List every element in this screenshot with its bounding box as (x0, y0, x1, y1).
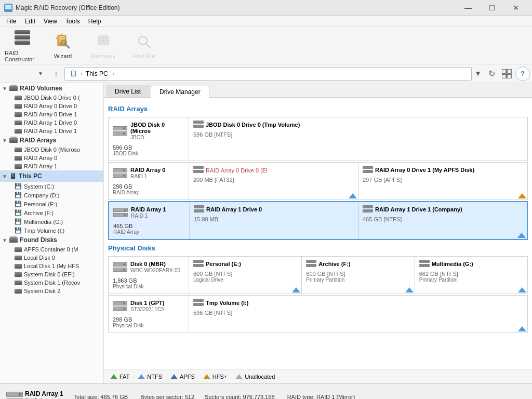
svg-rect-4 (59, 38, 65, 39)
sidebar-item-system-disk2[interactable]: System Disk 2 (0, 287, 103, 295)
disk1-size: 298 GB (113, 316, 184, 323)
address-input[interactable]: 🖥 › This PC › (64, 67, 472, 81)
hfs-triangle (203, 374, 210, 379)
title-bar: Magic RAID Recovery (Office Edition) — ☐… (0, 0, 532, 16)
raid1-drive0-card[interactable]: RAID Array 1 Drive 0 15.98 MB (190, 202, 358, 239)
jbod-row[interactable]: JBOD Disk 0 (Micros JBOD 596 GB JBOD Dis… (108, 117, 528, 161)
sidebar-item-raid0-drive0[interactable]: RAID Array 0 Drive 0 (0, 102, 103, 110)
sidebar-item-system-disk0-efi[interactable]: System Disk 0 (EFI) (0, 270, 103, 278)
jbod-name: JBOD Disk 0 (Micros (130, 122, 184, 134)
sidebar-item-local-disk1[interactable]: Local Disk 1 (My HFS (0, 262, 103, 270)
sidebar-item-jbod[interactable]: JBOD Disk 0 (Microso (0, 145, 103, 154)
raid0-drive0-card[interactable]: RAID Array 0 Drive 0 (El 200 MB [FAT32] (189, 163, 358, 200)
menu-edit[interactable]: Edit (20, 17, 39, 26)
refresh-button[interactable]: ↻ (484, 66, 499, 81)
svg-point-32 (123, 175, 125, 177)
raid0-row[interactable]: RAID Array 0 RAID 1 298 GB RAID Array RA… (108, 162, 528, 200)
sidebar-item-system-c[interactable]: 💾 System (C:) (0, 182, 103, 191)
menu-view[interactable]: View (39, 17, 61, 26)
status-bar: RAID Array 1 RAID Array Total size: 465.… (0, 383, 532, 399)
disk-icon (15, 281, 22, 285)
forward-button[interactable]: → (18, 66, 32, 81)
close-button[interactable]: ✕ (504, 0, 528, 16)
address-dropdown-button[interactable]: ▼ (473, 67, 483, 81)
sidebar-item-multimedia-g[interactable]: 💾 Multimedia (G:) (0, 217, 103, 226)
drive-d-icon: 💾 (15, 192, 22, 198)
multimedia-g-name: Multimedia (G:) (432, 261, 473, 267)
sidebar-item-company-d[interactable]: 💾 Company (D:) (0, 191, 103, 200)
jbod-drive0-card[interactable]: JBOD Disk 0 Drive 0 (Tmp Volume) 596 GB … (189, 117, 527, 161)
sidebar-item-tmp-i[interactable]: 💾 Tmp Volume (I:) (0, 226, 103, 235)
raid0-drive0-name[interactable]: RAID Array 0 Drive 0 (El (206, 167, 268, 174)
archive-f-corner (405, 287, 414, 292)
sidebar-item-jbod-disk0-drive0[interactable]: JBOD Disk 0 Drive 0 ( (0, 94, 103, 102)
sidebar-item-raid0-drive1[interactable]: RAID Array 0 Drive 1 (0, 110, 103, 118)
sidebar-item-personal-e[interactable]: 💾 Personal (E:) (0, 200, 103, 208)
svg-marker-8 (61, 33, 63, 35)
sidebar-item-system-disk1-recov[interactable]: System Disk 1 (Recov (0, 278, 103, 287)
archive-f-name: Archive (F:) (318, 261, 350, 267)
raid0-drive1-card[interactable]: RAID Array 0 Drive 1 (My APFS Disk) 297 … (358, 163, 527, 200)
minimize-button[interactable]: — (456, 0, 480, 16)
personal-e-card[interactable]: Personal (E:) 600 GB [NTFS] Logical Driv… (189, 257, 302, 294)
found-disks-toggle: ▼ (2, 237, 8, 243)
svg-point-29 (123, 169, 125, 171)
sidebar-item-archive-f[interactable]: 💾 Archive (F:) (0, 208, 103, 217)
maximize-button[interactable]: ☐ (480, 0, 504, 16)
multimedia-g-type: Primary Partition (419, 277, 523, 283)
svg-rect-17 (502, 74, 506, 78)
legend-ntfs: NTFS (138, 374, 162, 380)
drive-e-icon: 💾 (15, 201, 22, 207)
tmp-i-icon (193, 299, 204, 308)
raid1-drive1-card[interactable]: RAID Array 1 Drive 1 (Company) 465 GB [N… (358, 202, 527, 239)
fat-label: FAT (119, 374, 129, 380)
menu-tools[interactable]: Tools (61, 17, 84, 26)
sidebar-group-found-disks[interactable]: ▼ Found Disks (0, 235, 103, 245)
tab-drive-manager[interactable]: Drive Manager (151, 86, 209, 98)
dropdown-nav-button[interactable]: ▼ (33, 66, 48, 81)
raid0-drive1-icon (363, 166, 373, 175)
svg-point-49 (123, 263, 125, 265)
back-button[interactable]: ← (2, 66, 17, 81)
sidebar-item-raid1-drive1[interactable]: RAID Array 1 Drive 1 (0, 127, 103, 135)
content-scroll[interactable]: RAID Arrays JBOD Disk 0 (Micros JBOD 596… (104, 98, 532, 369)
disk1-main-card: Disk 1 (GPT) ST3320311CS 298 GB Physical… (109, 296, 189, 332)
svg-rect-55 (306, 260, 316, 263)
sidebar-item-raid-array0[interactable]: RAID Array 0 (0, 154, 103, 162)
disk0-card-header: Disk 0 (MBR) WDC WD20EARX-00 (113, 261, 184, 275)
tmp-volume-i-card[interactable]: Tmp Volume (I:) 596 GB [NTFS] (189, 296, 527, 332)
sidebar-group-this-pc[interactable]: ▼ 🖥 This PC (0, 170, 103, 182)
menu-help[interactable]: Help (84, 17, 105, 26)
drive-c-icon: 💾 (15, 183, 22, 190)
wizard-button[interactable]: Wizard (45, 29, 81, 62)
disk-icon (15, 104, 22, 109)
raid-constructor-button[interactable]: RAID Constructor (4, 29, 41, 62)
status-total-size: Total size: 465.76 GB (74, 394, 128, 400)
sidebar-item-apfs-container[interactable]: APFS Container 0 (M (0, 245, 103, 254)
sidebar-group-raid-arrays[interactable]: ▼ RAID Arrays (0, 135, 103, 145)
this-pc-toggle: ▼ (2, 174, 8, 179)
multimedia-g-card[interactable]: Multimedia (G:) 662 GB [NTFS] Primary Pa… (415, 257, 527, 294)
raid1-row[interactable]: RAID Array 1 RAID 1 465 GB RAID Array RA… (108, 201, 528, 240)
archive-f-card[interactable]: Archive (F:) 600 GB [NTFS] Primary Parti… (302, 257, 415, 294)
tab-drive-list[interactable]: Drive List (106, 85, 150, 97)
view-options-button[interactable] (500, 66, 514, 81)
view-controls: ? (500, 66, 530, 81)
help-button[interactable]: ? (515, 66, 530, 81)
up-button[interactable]: ↑ (49, 66, 63, 81)
raid1-drive1-size: 465 GB [NTFS] (363, 216, 523, 222)
sidebar-item-raid1-drive0[interactable]: RAID Array 1 Drive 0 (0, 118, 103, 127)
drive-g-icon: 💾 (15, 218, 22, 225)
svg-point-61 (123, 302, 125, 304)
tmp-i-name: Tmp Volume (I:) (206, 300, 248, 306)
disk1-row[interactable]: Disk 1 (GPT) ST3320311CS 298 GB Physical… (108, 295, 528, 333)
menu-file[interactable]: File (2, 17, 20, 26)
disk0-row[interactable]: Disk 0 (MBR) WDC WD20EARX-00 1,863 GB Ph… (108, 256, 528, 294)
status-details2: Sectors count: 976,773,168 RAID type: RA… (205, 394, 355, 400)
sidebar-item-local-disk0[interactable]: Local Disk 0 (0, 254, 103, 262)
legend-unallocated: Unallocated (235, 374, 275, 380)
sidebar-item-raid-array1[interactable]: RAID Array 1 (0, 162, 103, 170)
raid1-sub: RAID 1 (131, 213, 166, 219)
svg-rect-36 (363, 170, 373, 173)
sidebar-group-raid-volumes[interactable]: ▼ RAID Volumes (0, 83, 103, 94)
